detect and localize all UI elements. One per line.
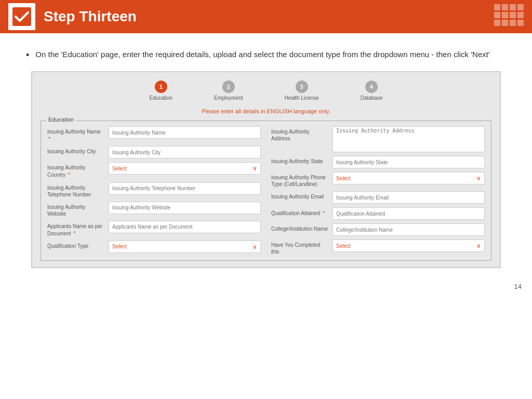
input-applicants-name[interactable]	[109, 221, 261, 233]
chevron-down-icon-2: ∨	[252, 243, 257, 250]
select-phone-type[interactable]: Select ∨	[332, 172, 485, 184]
field-issuing-authority-email: Issuing Authority Email	[271, 191, 485, 204]
label-have-you-completed: Have You Completed this	[271, 242, 320, 255]
education-section: Education Issuing Authority Name *	[41, 121, 491, 261]
form-right-col: Issuing Authority Address Issuing Author…	[271, 126, 485, 255]
field-issuing-authority-state: Issuing Authority State	[271, 156, 485, 168]
step-health-license: 3 Health License	[285, 81, 319, 101]
label-issuing-authority-city: Issuing Authority City	[47, 149, 96, 154]
field-issuing-authority-name: Issuing Authority Name *	[47, 126, 261, 142]
progress-bar: 1 Education 2 Employment 3 Health Licens…	[32, 72, 500, 105]
chevron-down-icon-3: ∨	[476, 175, 481, 182]
label-issuing-authority-name: Issuing Authority Name	[47, 129, 101, 135]
field-issuing-authority-country: Issuing Authority Country * Select ∨	[47, 162, 261, 178]
form-area: Education Issuing Authority Name *	[32, 116, 500, 267]
field-qualification-attained: Qualification Attained *	[271, 207, 485, 220]
input-issuing-authority-state[interactable]	[332, 156, 485, 168]
input-issuing-authority-website[interactable]	[109, 202, 261, 214]
form-left-col: Issuing Authority Name * Issuing Authori…	[47, 126, 261, 255]
select-have-you-completed[interactable]: Select ∨	[332, 240, 485, 252]
page-title: Step Thirteen	[44, 8, 137, 25]
label-issuing-authority-email: Issuing Authority Email	[271, 194, 324, 200]
label-issuing-authority-address: Issuing Authority Address	[271, 129, 309, 141]
label-qualification-attained: Qualification Attained	[271, 210, 320, 216]
required-star-1: *	[48, 136, 50, 142]
step-label-1: Education	[149, 95, 172, 101]
step-database: 4 Database	[361, 81, 383, 101]
field-issuing-authority-city: Issuing Authority City	[47, 146, 261, 158]
field-issuing-authority-address: Issuing Authority Address	[271, 126, 485, 152]
header-pattern	[494, 4, 524, 26]
label-college-name: College/Institution Name	[271, 226, 328, 232]
step-label-3: Health License	[285, 95, 319, 101]
step-label-2: Employment	[214, 95, 243, 101]
step-circle-3: 3	[296, 81, 308, 93]
input-college-name[interactable]	[332, 223, 485, 236]
input-issuing-authority-email[interactable]	[332, 191, 485, 204]
main-content: • On the 'Education' page, enter the req…	[0, 33, 532, 278]
header: Step Thirteen DATAFLOW	[0, 0, 532, 33]
required-star-applicant: *	[73, 230, 75, 236]
chevron-down-icon: ∨	[252, 165, 257, 172]
label-issuing-authority-telephone: Issuing Authority Telephone Number	[47, 185, 91, 197]
input-issuing-authority-name[interactable]	[109, 126, 261, 139]
screenshot-container: 1 Education 2 Employment 3 Health Licens…	[31, 71, 501, 268]
field-have-you-completed: Have You Completed this Select ∨	[271, 240, 485, 255]
step-circle-1: 1	[155, 81, 167, 93]
field-applicants-name: Applicants Name as per Document *	[47, 221, 261, 237]
input-issuing-authority-address[interactable]	[332, 126, 485, 152]
step-circle-4: 4	[365, 81, 378, 93]
step-label-4: Database	[361, 95, 383, 101]
field-phone-type: Issuing Authority Phone Type (Cell/Landl…	[271, 172, 485, 188]
page-number: 14	[0, 278, 532, 295]
field-issuing-authority-website: Issuing Authority Website	[47, 202, 261, 217]
section-label: Education	[46, 116, 76, 123]
required-star-country: *	[68, 171, 70, 178]
instruction-bullet: • On the 'Education' page, enter the req…	[26, 49, 506, 61]
label-issuing-authority-state: Issuing Authority State	[271, 158, 323, 164]
bullet-symbol: •	[26, 50, 29, 61]
instruction-text: On the 'Education' page, enter the requi…	[35, 49, 489, 61]
warning-text: Please enter all details in ENGLISH lang…	[32, 105, 500, 116]
input-qualification-attained[interactable]	[332, 207, 485, 220]
chevron-down-icon-4: ∨	[476, 242, 481, 249]
step-employment: 2 Employment	[214, 81, 243, 101]
input-issuing-authority-telephone[interactable]	[109, 182, 261, 195]
field-qualification-type: Qualification Type Select ∨	[47, 241, 261, 253]
select-issuing-authority-country[interactable]: Select ∨	[109, 162, 261, 175]
label-issuing-authority-website: Issuing Authority Website	[47, 204, 85, 217]
label-phone-type: Issuing Authority Phone Type (Cell/Landl…	[271, 175, 326, 187]
field-college-name: College/Institution Name	[271, 223, 485, 236]
brand-name: DATAFLOW	[8, 25, 35, 30]
input-issuing-authority-city[interactable]	[109, 146, 261, 158]
form-grid: Issuing Authority Name * Issuing Authori…	[47, 126, 485, 255]
label-issuing-authority-country: Issuing Authority Country	[47, 165, 85, 178]
step-education: 1 Education	[149, 81, 172, 101]
select-qualification-type[interactable]: Select ∨	[109, 241, 261, 253]
label-qualification-type: Qualification Type	[47, 243, 88, 249]
required-star-qualification: *	[323, 210, 325, 216]
step-circle-2: 2	[222, 81, 235, 93]
field-issuing-authority-telephone: Issuing Authority Telephone Number	[47, 182, 261, 198]
